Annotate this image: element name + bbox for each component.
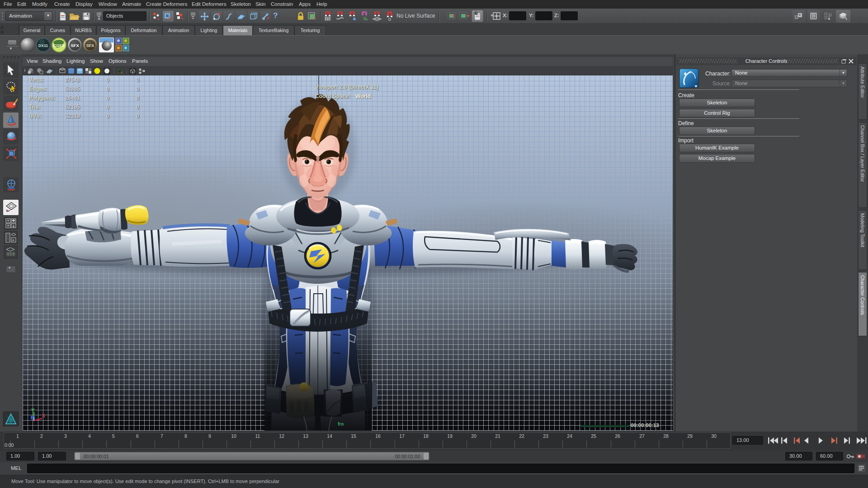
svg-text:Y: Y: [31, 408, 35, 413]
svg-text:SFX: SFX: [86, 43, 94, 48]
svg-text:DX11: DX11: [38, 43, 48, 48]
svg-text:A: A: [12, 239, 14, 242]
svg-text:SFX: SFX: [71, 43, 79, 48]
svg-text:CGFX: CGFX: [53, 43, 65, 48]
svg-text:X: X: [42, 413, 45, 418]
